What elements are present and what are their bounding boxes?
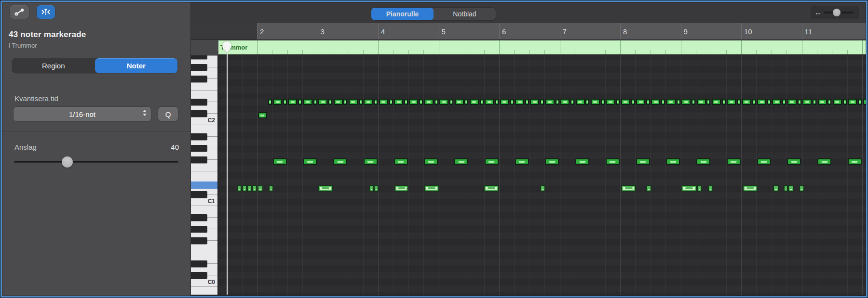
midi-note[interactable] — [802, 99, 812, 105]
midi-note[interactable] — [333, 158, 347, 165]
midi-note[interactable] — [545, 99, 555, 105]
midi-note[interactable] — [394, 185, 408, 192]
midi-note[interactable] — [782, 99, 786, 105]
midi-note[interactable] — [666, 99, 676, 105]
midi-note[interactable] — [485, 158, 499, 165]
piano-key-black[interactable] — [191, 156, 207, 163]
midi-note[interactable] — [515, 158, 529, 165]
midi-note[interactable] — [556, 99, 559, 105]
midi-note[interactable] — [697, 99, 706, 105]
playhead[interactable] — [227, 40, 228, 295]
midi-note[interactable] — [394, 99, 403, 105]
midi-note[interactable] — [813, 99, 816, 105]
velocity-slider-track[interactable] — [14, 161, 178, 163]
piano-key-black[interactable] — [191, 272, 207, 279]
velocity-slider-handle[interactable] — [62, 156, 73, 168]
midi-note[interactable] — [712, 99, 721, 105]
piano-key-black[interactable] — [191, 55, 207, 59]
piano-key-black[interactable] — [191, 145, 207, 152]
piano-key-black[interactable] — [191, 64, 207, 71]
midi-note[interactable] — [303, 158, 317, 165]
midi-note[interactable] — [313, 99, 317, 105]
midi-note[interactable] — [798, 99, 801, 105]
midi-note[interactable] — [727, 99, 736, 105]
piano-key-highlighted[interactable] — [191, 181, 218, 189]
midi-note[interactable] — [773, 185, 779, 192]
midi-note[interactable] — [515, 99, 524, 105]
midi-note[interactable] — [464, 99, 468, 105]
piano-key-black[interactable] — [191, 191, 207, 198]
midi-note[interactable] — [576, 99, 585, 105]
piano-key-white[interactable] — [191, 287, 218, 295]
piano-key-black[interactable] — [191, 133, 207, 140]
midi-note[interactable] — [727, 158, 741, 165]
midi-note[interactable] — [273, 158, 287, 165]
midi-note[interactable] — [585, 99, 589, 105]
midi-note[interactable] — [757, 99, 766, 105]
midi-note[interactable] — [242, 185, 247, 192]
midi-note[interactable] — [525, 99, 529, 105]
midi-note[interactable] — [843, 99, 847, 105]
zoom-slider-handle[interactable] — [833, 9, 841, 16]
midi-note[interactable] — [252, 185, 257, 192]
midi-note[interactable] — [500, 99, 509, 105]
midi-note[interactable] — [697, 185, 702, 192]
midi-note[interactable] — [848, 158, 862, 165]
midi-note[interactable] — [374, 185, 379, 192]
piano-key-black[interactable] — [191, 260, 207, 267]
midi-note[interactable] — [621, 99, 630, 105]
piano-key-black[interactable] — [191, 76, 207, 82]
midi-note[interactable] — [349, 99, 358, 105]
midi-note[interactable] — [752, 99, 756, 105]
midi-note[interactable] — [737, 99, 741, 105]
midi-note[interactable] — [268, 99, 272, 105]
piano-key-black[interactable] — [191, 99, 207, 105]
midi-note[interactable] — [449, 99, 453, 105]
automation-tool-button[interactable] — [10, 5, 29, 19]
midi-note[interactable] — [833, 99, 842, 105]
midi-note[interactable] — [343, 99, 347, 105]
midi-note[interactable] — [480, 99, 484, 105]
midi-note[interactable] — [818, 99, 827, 105]
midi-note[interactable] — [269, 185, 273, 192]
midi-note[interactable] — [298, 99, 302, 105]
midi-note[interactable] — [616, 99, 620, 105]
midi-note[interactable] — [237, 185, 242, 192]
midi-note[interactable] — [439, 99, 448, 105]
midi-note[interactable] — [369, 185, 374, 192]
midi-note[interactable] — [631, 99, 635, 105]
midi-note[interactable] — [636, 99, 645, 105]
piano-key-black[interactable] — [191, 214, 207, 221]
midi-note[interactable] — [787, 99, 797, 105]
tab-region[interactable]: Region — [12, 58, 95, 73]
midi-note[interactable] — [283, 99, 287, 105]
midi-note[interactable] — [484, 185, 499, 192]
midi-note[interactable] — [540, 185, 545, 192]
midi-note[interactable] — [681, 185, 697, 192]
midi-note[interactable] — [424, 185, 439, 192]
midi-note[interactable] — [409, 99, 418, 105]
midi-note[interactable] — [646, 99, 650, 105]
midi-note[interactable] — [273, 99, 282, 105]
midi-note[interactable] — [364, 99, 373, 105]
midi-note[interactable] — [404, 99, 408, 105]
tab-pianorulle[interactable]: Pianorulle — [371, 8, 434, 20]
midi-note[interactable] — [359, 99, 363, 105]
midi-note[interactable] — [560, 99, 570, 105]
midi-note[interactable] — [394, 158, 408, 165]
midi-note[interactable] — [772, 99, 781, 105]
midi-note[interactable] — [328, 99, 332, 105]
midi-note[interactable] — [424, 99, 434, 105]
midi-note[interactable] — [677, 99, 680, 105]
midi-note[interactable] — [757, 158, 771, 165]
midi-note[interactable] — [692, 99, 695, 105]
midi-note[interactable] — [787, 158, 801, 165]
midi-note[interactable] — [379, 99, 388, 105]
midi-note[interactable] — [318, 185, 333, 192]
catch-playhead-button[interactable] — [37, 5, 55, 19]
midi-note[interactable] — [364, 158, 378, 165]
midi-note[interactable] — [540, 99, 544, 105]
region-strip[interactable]: Trummor — [218, 40, 867, 55]
midi-note[interactable] — [530, 99, 539, 105]
piano-key-black[interactable] — [191, 226, 207, 233]
